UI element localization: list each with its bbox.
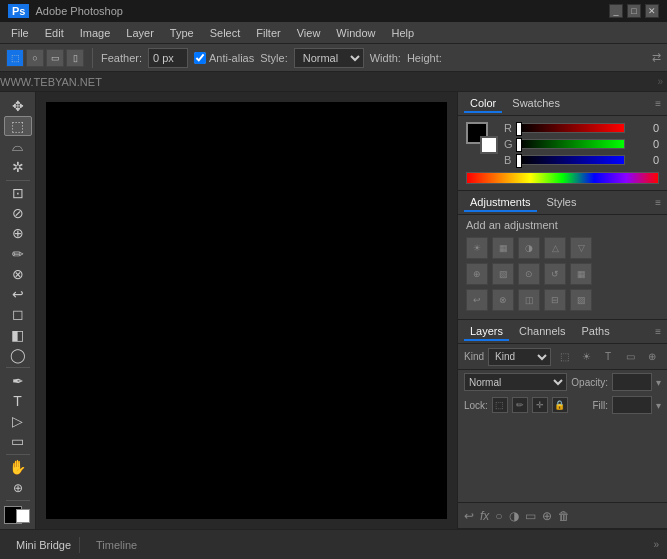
tab-paths[interactable]: Paths — [576, 323, 616, 341]
kind-select[interactable]: Kind — [488, 348, 551, 366]
menu-help[interactable]: Help — [384, 25, 421, 41]
close-button[interactable]: ✕ — [645, 4, 659, 18]
adj-curves[interactable]: ◑ — [518, 237, 540, 259]
marquee-col-btn[interactable]: ▯ — [66, 49, 84, 67]
menu-view[interactable]: View — [290, 25, 328, 41]
g-slider[interactable] — [518, 139, 625, 149]
minimize-button[interactable]: _ — [609, 4, 623, 18]
tab-swatches[interactable]: Swatches — [506, 95, 566, 113]
menu-image[interactable]: Image — [73, 25, 118, 41]
add-mask-icon[interactable]: ○ — [495, 509, 502, 523]
tab-color[interactable]: Color — [464, 95, 502, 113]
color-spectrum[interactable] — [466, 172, 659, 184]
menu-type[interactable]: Type — [163, 25, 201, 41]
adj-vibrance[interactable]: ▽ — [570, 237, 592, 259]
blend-mode-select[interactable]: Normal — [464, 373, 567, 391]
link-layers-icon[interactable]: ↩ — [464, 509, 474, 523]
layers-filter-shape-icon[interactable]: ▭ — [621, 348, 639, 366]
opacity-arrow[interactable]: ▾ — [656, 377, 661, 388]
healing-tool[interactable]: ⊕ — [4, 224, 32, 243]
timeline-tab[interactable]: Timeline — [88, 537, 145, 553]
eyedropper-tool[interactable]: ⊘ — [4, 203, 32, 222]
history-tool[interactable]: ↩ — [4, 284, 32, 303]
new-layer-icon[interactable]: ⊕ — [542, 509, 552, 523]
hand-tool[interactable]: ✋ — [4, 458, 32, 477]
status-expand-icon[interactable]: » — [653, 539, 659, 550]
maximize-button[interactable]: □ — [627, 4, 641, 18]
lock-pixels-icon[interactable]: ✏ — [512, 397, 528, 413]
color-panel-options-icon[interactable]: ≡ — [655, 98, 661, 109]
antialias-checkbox[interactable] — [194, 52, 206, 64]
pen-tool[interactable]: ✒ — [4, 371, 32, 390]
adj-selective[interactable]: ▨ — [570, 289, 592, 311]
layers-filter-pixel-icon[interactable]: ⬚ — [555, 348, 573, 366]
path-tool[interactable]: ▷ — [4, 412, 32, 431]
lock-label: Lock: — [464, 400, 488, 411]
crop-tool[interactable]: ⊡ — [4, 183, 32, 202]
adj-photofilter[interactable]: ↺ — [544, 263, 566, 285]
tab-styles[interactable]: Styles — [541, 194, 583, 212]
menu-file[interactable]: File — [4, 25, 36, 41]
adj-posterize[interactable]: ⊗ — [492, 289, 514, 311]
adj-invert[interactable]: ↩ — [466, 289, 488, 311]
lock-position-icon[interactable]: ✛ — [532, 397, 548, 413]
tab-channels[interactable]: Channels — [513, 323, 571, 341]
layers-filter-type-icon[interactable]: T — [599, 348, 617, 366]
eraser-tool[interactable]: ◻ — [4, 305, 32, 324]
tab-adjustments[interactable]: Adjustments — [464, 194, 537, 212]
dodge-tool[interactable]: ◯ — [4, 345, 32, 364]
adj-blackwhite[interactable]: ⊙ — [518, 263, 540, 285]
adj-exposure[interactable]: △ — [544, 237, 566, 259]
layers-filter-adj-icon[interactable]: ☀ — [577, 348, 595, 366]
style-select[interactable]: Normal Fixed Ratio Fixed Size — [294, 48, 364, 68]
swap-icon[interactable]: ⇄ — [652, 51, 661, 64]
marquee-ellipse-btn[interactable]: ○ — [26, 49, 44, 67]
canvas-area[interactable] — [36, 92, 457, 529]
feather-input[interactable] — [148, 48, 188, 68]
menu-filter[interactable]: Filter — [249, 25, 287, 41]
tab-layers[interactable]: Layers — [464, 323, 509, 341]
adj-panel-options-icon[interactable]: ≡ — [655, 197, 661, 208]
lock-all-icon[interactable]: 🔒 — [552, 397, 568, 413]
panel-expand-icon[interactable]: » — [657, 76, 667, 87]
mini-bridge-tab[interactable]: Mini Bridge — [8, 537, 80, 553]
opacity-input[interactable] — [612, 373, 652, 391]
new-adj-icon[interactable]: ◑ — [509, 509, 519, 523]
r-slider[interactable] — [518, 123, 625, 133]
b-slider[interactable] — [518, 155, 625, 165]
brush-tool[interactable]: ✏ — [4, 244, 32, 263]
fill-input[interactable] — [612, 396, 652, 414]
gradient-tool[interactable]: ◧ — [4, 325, 32, 344]
layers-filter-smart-icon[interactable]: ⊕ — [643, 348, 661, 366]
delete-layer-icon[interactable]: 🗑 — [558, 509, 570, 523]
type-tool[interactable]: T — [4, 391, 32, 410]
adj-levels[interactable]: ▦ — [492, 237, 514, 259]
marquee-tool[interactable]: ⬚ — [4, 116, 32, 136]
adj-colorbalance[interactable]: ▧ — [492, 263, 514, 285]
fg-bg-colors[interactable] — [4, 506, 32, 525]
menu-layer[interactable]: Layer — [119, 25, 161, 41]
adj-brightness[interactable]: ☀ — [466, 237, 488, 259]
shape-tool[interactable]: ▭ — [4, 432, 32, 451]
layer-style-icon[interactable]: fx — [480, 509, 489, 523]
zoom-tool[interactable]: ⊕ — [4, 478, 32, 497]
adj-threshold[interactable]: ◫ — [518, 289, 540, 311]
layers-panel-options-icon[interactable]: ≡ — [655, 326, 661, 337]
lock-transparent-icon[interactable]: ⬚ — [492, 397, 508, 413]
magic-wand-tool[interactable]: ✲ — [4, 157, 32, 176]
marquee-rect-btn[interactable]: ⬚ — [6, 49, 24, 67]
marquee-row-btn[interactable]: ▭ — [46, 49, 64, 67]
clone-tool[interactable]: ⊗ — [4, 264, 32, 283]
move-tool[interactable]: ✥ — [4, 96, 32, 115]
menu-select[interactable]: Select — [203, 25, 248, 41]
adj-hue[interactable]: ⊕ — [466, 263, 488, 285]
menu-window[interactable]: Window — [329, 25, 382, 41]
canvas[interactable] — [46, 102, 447, 519]
adj-channelmixer[interactable]: ▦ — [570, 263, 592, 285]
lasso-tool[interactable]: ⌓ — [4, 137, 32, 156]
color-swatches[interactable] — [466, 122, 498, 154]
menu-edit[interactable]: Edit — [38, 25, 71, 41]
new-group-icon[interactable]: ▭ — [525, 509, 536, 523]
fill-arrow[interactable]: ▾ — [656, 400, 661, 411]
adj-gradient[interactable]: ⊟ — [544, 289, 566, 311]
